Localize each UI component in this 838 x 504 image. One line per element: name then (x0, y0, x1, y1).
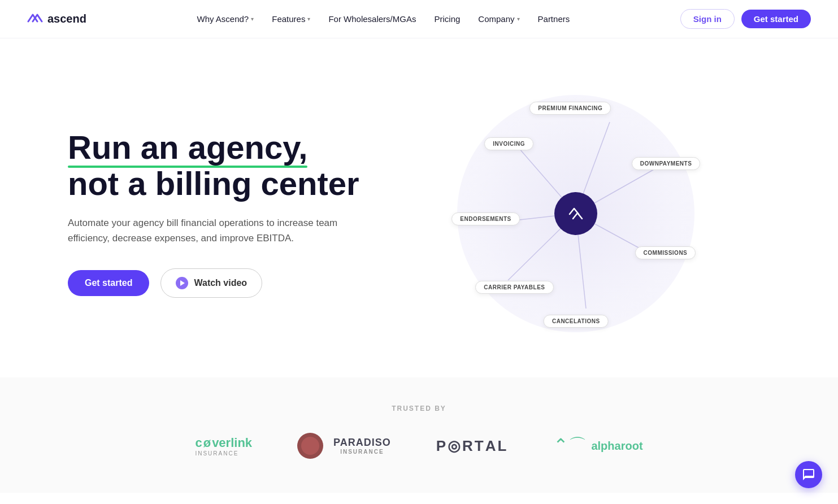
logo-portal[interactable]: P ◎ RT A L (436, 437, 509, 455)
chat-bubble[interactable] (795, 461, 822, 488)
node-cancelations: CANCELATIONS (544, 315, 609, 328)
nav-link-company[interactable]: Company ▾ (478, 14, 519, 24)
hero-title-line2: not a billing center (68, 165, 359, 202)
hero-title-line1: Run an agency, (68, 129, 307, 166)
logo[interactable]: ascend (27, 11, 86, 27)
diagram-center-node (554, 192, 597, 235)
nav-link-partners[interactable]: Partners (538, 14, 570, 24)
hero-actions: Get started Watch video (68, 268, 359, 298)
trusted-section: TRUSTED BY c ø verlink INSURANCE PARADIS… (0, 377, 838, 493)
logo-coverlink[interactable]: c ø verlink INSURANCE (195, 436, 252, 457)
play-icon (176, 277, 188, 289)
nav-links: Why Ascend? ▾ Features ▾ For Wholesalers… (197, 14, 570, 24)
signin-button[interactable]: Sign in (680, 9, 735, 29)
node-endorsements: ENDORSEMENTS (451, 212, 519, 225)
hero-subtitle: Automate your agency bill financial oper… (68, 215, 339, 246)
trusted-label: TRUSTED BY (45, 405, 793, 412)
node-premium-financing: PREMIUM FINANCING (529, 102, 611, 115)
watch-video-label: Watch video (194, 278, 247, 288)
chevron-icon: ▾ (307, 16, 310, 22)
chevron-icon: ▾ (517, 16, 520, 22)
trusted-logos: c ø verlink INSURANCE PARADISO INSURANCE (45, 433, 793, 459)
logo-paradiso[interactable]: PARADISO INSURANCE (297, 433, 391, 459)
logo-text: ascend (47, 12, 86, 25)
hero-content: Run an agency, not a billing center Auto… (68, 129, 359, 298)
logo-alpharoot[interactable]: ⌃⌒ alpharoot (553, 433, 642, 458)
chevron-icon: ▾ (251, 16, 254, 22)
node-downpayments: DOWNPAYMENTS (632, 157, 701, 170)
hero-getstarted-button[interactable]: Get started (68, 270, 149, 296)
getstarted-button[interactable]: Get started (741, 10, 811, 28)
hero-title: Run an agency, not a billing center (68, 129, 359, 202)
nav-link-features[interactable]: Features ▾ (272, 14, 310, 24)
hero-watchvideo-button[interactable]: Watch video (160, 268, 262, 298)
nav-link-why[interactable]: Why Ascend? ▾ (197, 14, 254, 24)
node-carrier-payables: CARRIER PAYABLES (475, 281, 553, 294)
nav-link-pricing[interactable]: Pricing (434, 14, 460, 24)
hero-diagram: PREMIUM FINANCING INVOICING DOWNPAYMENTS… (359, 84, 793, 344)
hero-section: Run an agency, not a billing center Auto… (0, 38, 838, 377)
logo-icon (27, 11, 43, 27)
navbar: ascend Why Ascend? ▾ Features ▾ For Whol… (0, 0, 838, 38)
nav-link-wholesalers[interactable]: For Wholesalers/MGAs (328, 14, 416, 24)
paradiso-icon (297, 433, 323, 459)
node-commissions: COMMISSIONS (635, 246, 696, 259)
node-invoicing: INVOICING (484, 137, 533, 150)
diagram-container: PREMIUM FINANCING INVOICING DOWNPAYMENTS… (446, 84, 706, 344)
nav-actions: Sign in Get started (680, 9, 811, 29)
